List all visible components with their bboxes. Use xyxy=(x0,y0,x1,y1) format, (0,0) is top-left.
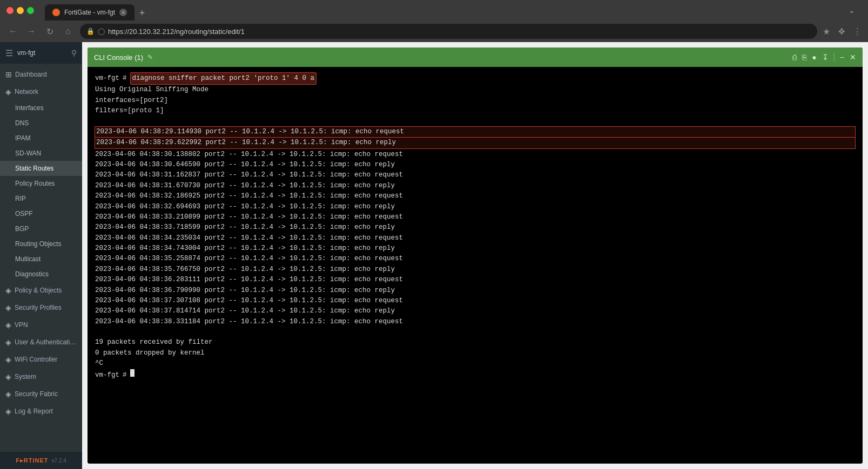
browser-tab[interactable]: FortiGate - vm-fgt ✕ xyxy=(45,4,134,21)
sidebar-label-policy-routes: Policy Routes xyxy=(15,180,55,187)
cli-clipboard-icon[interactable]: ⎘ xyxy=(802,53,806,62)
cli-packet-line-highlighted: 2023-04-06 04:38:29.114930 port2 -- 10.1… xyxy=(95,127,855,137)
sidebar-label-ipam: IPAM xyxy=(15,134,30,142)
browser-chrome: FortiGate - vm-fgt ✕ + ⌄ ← → ↻ ⌂ 🔒 ◯ htt… xyxy=(0,0,868,42)
sidebar-item-bgp[interactable]: BGP xyxy=(0,221,82,236)
bookmark-icon[interactable]: ★ xyxy=(823,26,830,37)
cli-packet-line: 2023-04-06 04:38:34.743004 port2 -- 10.1… xyxy=(95,243,855,254)
minimize-button[interactable] xyxy=(17,7,24,14)
browser-titlebar: FortiGate - vm-fgt ✕ + ⌄ xyxy=(0,0,868,21)
sidebar-item-routing-objects[interactable]: Routing Objects xyxy=(0,236,82,252)
sidebar-group-label-log-report: Log & Report xyxy=(15,407,53,415)
sidebar-group-log-report[interactable]: ◈ Log & Report xyxy=(0,403,82,420)
hamburger-icon[interactable]: ☰ xyxy=(5,48,13,58)
cli-header: CLI Console (1) ✎ ⎙ ⎘ ● ↧ − ✕ xyxy=(88,47,863,67)
sidebar-item-label-dashboard: Dashboard xyxy=(15,71,47,78)
sidebar-group-label-user-auth: User & Authenticati… xyxy=(15,338,76,346)
sidebar-group-user-auth[interactable]: ◈ User & Authenticati… xyxy=(0,334,82,351)
new-tab-button[interactable]: + xyxy=(134,5,150,21)
menu-icon[interactable]: ⋮ xyxy=(853,26,862,37)
forward-button[interactable]: → xyxy=(25,26,38,36)
search-icon[interactable]: ⚲ xyxy=(71,49,77,57)
sidebar-group-policy-objects[interactable]: ◈ Policy & Objects xyxy=(0,282,82,299)
sidebar: ☰ vm-fgt ⚲ ⊞ Dashboard ◈ Network Interfa… xyxy=(0,42,82,469)
sidebar-item-ospf[interactable]: OSPF xyxy=(0,206,82,221)
browser-toolbar: ← → ↻ ⌂ 🔒 ◯ https://20.120.32.212/ng/rou… xyxy=(0,21,868,42)
cli-output-line: interfaces=[port2] xyxy=(95,96,855,106)
back-button[interactable]: ← xyxy=(6,26,19,36)
content-area: CLI Console (1) ✎ ⎙ ⎘ ● ↧ − ✕ vm-fgt # xyxy=(82,42,868,469)
cli-packet-line: 2023-04-06 04:38:36.790990 port2 -- 10.1… xyxy=(95,286,855,296)
close-button[interactable] xyxy=(6,7,14,14)
cli-download-icon[interactable]: ↧ xyxy=(822,53,829,62)
system-icon: ◈ xyxy=(5,372,11,381)
vpn-icon: ◈ xyxy=(5,321,11,329)
cli-body[interactable]: vm-fgt # diagnose sniffer packet port2 '… xyxy=(88,67,863,464)
extension-icon[interactable]: ❖ xyxy=(838,26,845,37)
cli-copy-icon[interactable]: ⎙ xyxy=(792,53,797,62)
app-container: ☰ vm-fgt ⚲ ⊞ Dashboard ◈ Network Interfa… xyxy=(0,42,868,469)
sidebar-item-ipam[interactable]: IPAM xyxy=(0,131,82,146)
cli-packet-line: 2023-04-06 04:38:30.646590 port2 -- 10.1… xyxy=(95,160,855,170)
cli-record-icon[interactable]: ● xyxy=(812,53,816,62)
sidebar-item-dashboard[interactable]: ⊞ Dashboard xyxy=(0,66,82,83)
sidebar-item-multicast[interactable]: Multicast xyxy=(0,252,82,267)
url-text: https://20.120.32.212/ng/routing/static/… xyxy=(108,28,245,36)
tab-label: FortiGate - vm-fgt xyxy=(64,9,115,16)
sidebar-group-security-fabric[interactable]: ◈ Security Fabric xyxy=(0,385,82,403)
tab-close-button[interactable]: ✕ xyxy=(119,9,127,16)
cli-summary-line: 0 packets dropped by kernel xyxy=(95,348,855,358)
cli-packet-line: 2023-04-06 04:38:31.670730 port2 -- 10.1… xyxy=(95,181,855,191)
cli-hostname: vm-fgt xyxy=(95,73,119,84)
sidebar-label-ospf: OSPF xyxy=(15,210,33,217)
sidebar-group-label-security-fabric: Security Fabric xyxy=(15,390,58,398)
sidebar-group-label-vpn: VPN xyxy=(15,321,28,329)
cli-close-icon[interactable]: ✕ xyxy=(850,53,856,62)
sidebar-group-label-system: System xyxy=(15,373,36,380)
sidebar-group-network[interactable]: ◈ Network xyxy=(0,83,82,100)
sidebar-group-label-policy: Policy & Objects xyxy=(15,287,62,294)
cli-packet-line: 2023-04-06 04:38:30.138802 port2 -- 10.1… xyxy=(95,149,855,160)
maximize-button[interactable] xyxy=(27,7,34,14)
sidebar-group-label-security-profiles: Security Profiles xyxy=(15,304,62,311)
cli-packet-line: 2023-04-06 04:38:33.210899 port2 -- 10.1… xyxy=(95,212,855,222)
sidebar-group-security-profiles[interactable]: ◈ Security Profiles xyxy=(0,299,82,316)
cli-prompt-char-final: # xyxy=(123,370,127,380)
cli-packet-line: 2023-04-06 04:38:32.694693 port2 -- 10.1… xyxy=(95,202,855,212)
sidebar-group-wifi[interactable]: ◈ WiFi Controller xyxy=(0,351,82,368)
log-icon: ◈ xyxy=(5,407,11,416)
cli-packet-line: 2023-04-06 04:38:35.258874 port2 -- 10.1… xyxy=(95,254,855,264)
sidebar-label-rip: RIP xyxy=(15,195,26,202)
sidebar-item-dns[interactable]: DNS xyxy=(0,115,82,131)
sidebar-footer: F▸RTINET v7.2.4 xyxy=(0,452,82,469)
user-icon: ◈ xyxy=(5,338,11,346)
address-bar[interactable]: 🔒 ◯ https://20.120.32.212/ng/routing/sta… xyxy=(80,24,817,39)
sidebar-item-sdwan[interactable]: SD-WAN xyxy=(0,146,82,161)
sidebar-item-static-routes[interactable]: Static Routes xyxy=(0,161,82,176)
cli-packet-line: 2023-04-06 04:38:38.331184 port2 -- 10.1… xyxy=(95,317,855,327)
cli-edit-icon[interactable]: ✎ xyxy=(147,53,153,61)
sidebar-item-policy-routes[interactable]: Policy Routes xyxy=(0,176,82,191)
sidebar-item-diagnostics[interactable]: Diagnostics xyxy=(0,267,82,282)
cli-console: CLI Console (1) ✎ ⎙ ⎘ ● ↧ − ✕ vm-fgt # xyxy=(88,47,863,464)
home-button[interactable]: ⌂ xyxy=(62,26,75,36)
sidebar-group-vpn[interactable]: ◈ VPN xyxy=(0,316,82,334)
cli-packet-line: 2023-04-06 04:38:37.814714 port2 -- 10.1… xyxy=(95,306,855,316)
sidebar-label-diagnostics: Diagnostics xyxy=(15,270,49,278)
sidebar-group-label-network: Network xyxy=(15,88,38,96)
reload-button[interactable]: ↻ xyxy=(43,26,56,37)
sidebar-item-interfaces[interactable]: Interfaces xyxy=(0,100,82,115)
sidebar-group-system[interactable]: ◈ System xyxy=(0,368,82,385)
cli-command: diagnose sniffer packet port2 'proto 1' … xyxy=(130,72,317,85)
sidebar-item-rip[interactable]: RIP xyxy=(0,191,82,206)
cli-minimize-icon[interactable]: − xyxy=(840,53,844,62)
cli-ctrl-c: ^C xyxy=(95,358,855,369)
sidebar-label-interfaces: Interfaces xyxy=(15,104,44,112)
cli-packet-line: 2023-04-06 04:38:34.235034 port2 -- 10.1… xyxy=(95,233,855,243)
cli-packet-line: 2023-04-06 04:38:32.186925 port2 -- 10.1… xyxy=(95,191,855,201)
cli-title: CLI Console (1) xyxy=(94,53,143,62)
sidebar-label-multicast: Multicast xyxy=(15,255,41,263)
cli-final-prompt: vm-fgt # xyxy=(95,369,855,380)
cli-header-actions: ⎙ ⎘ ● ↧ − ✕ xyxy=(792,53,856,62)
security-profiles-icon: ◈ xyxy=(5,303,11,312)
